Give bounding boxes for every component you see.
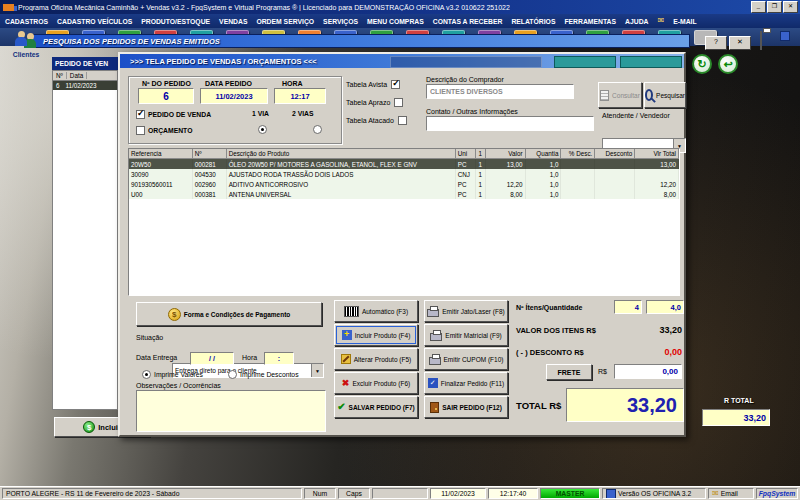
menu-ordem-servico[interactable]: ORDEM SERVIÇO [256, 18, 314, 25]
frete-moeda-label: R$ [598, 368, 607, 375]
menu-ferramentas[interactable]: FERRAMENTAS [564, 18, 616, 25]
desconto-label: ( - ) DESCONTO R$ [516, 348, 584, 357]
caption-date-chip-start [554, 56, 616, 68]
emitir-matricial-button[interactable]: Emitir Matricial (F9) [424, 324, 508, 346]
hora-entrega-field[interactable]: : [264, 352, 294, 365]
comprador-input[interactable]: CLIENTES DIVERSOS [426, 84, 574, 99]
sair-pedido-label: SAIR PEDIDO (F12) [442, 404, 502, 411]
data-pedido-label: DATA PEDIDO [205, 80, 252, 87]
mini-col-data: Data [67, 72, 87, 79]
finalizar-pedido-label: Finalizar Pedido (F11) [441, 380, 504, 387]
menu-relatorios[interactable]: RELATÓRIOS [511, 18, 555, 25]
obs-textarea[interactable] [136, 390, 326, 432]
pedido-number-field[interactable]: 6 [138, 88, 194, 104]
tabela-avista-checkbox[interactable]: Tabela Avista [346, 80, 400, 89]
valor-total-field: 33,20 [702, 409, 770, 426]
pedido-label: Nº DO PEDIDO [142, 80, 191, 87]
data-pedido-field[interactable]: 11/02/2023 [200, 88, 268, 104]
entrega-field[interactable]: / / [190, 352, 234, 365]
mini-row-no: 6 [53, 82, 63, 89]
status-version: Versão OS OFICINA 3.2 [602, 488, 706, 499]
clientes-shortcut[interactable]: Clientes [6, 31, 46, 58]
imprime-valores-radio[interactable]: Imprime Valores [142, 370, 203, 379]
pencil-icon [341, 354, 351, 364]
back-icon[interactable]: ↩ [718, 54, 738, 74]
tabela-aprazo-label: Tabela Aprazo [346, 99, 390, 106]
imprime-descontos-label: Imprime Descontos [240, 371, 299, 378]
frete-label: FRETE [558, 369, 581, 376]
col-quantia: Quantia [526, 149, 562, 159]
mini-table-row[interactable]: 6 11/02/2023 [53, 81, 117, 90]
help-icon[interactable]: ? [705, 36, 727, 50]
table-row[interactable]: 901930560011 002960 ADITIVO ANTICORROSIV… [129, 179, 679, 189]
checkbox-checked-icon [136, 110, 145, 119]
chevron-down-icon[interactable]: ▼ [311, 364, 323, 377]
dialog-titlebar[interactable]: >>> TELA PEDIDO DE VENDAS / ORÇAMENTOS <… [120, 54, 684, 68]
status-time: 12:17:40 [488, 488, 538, 499]
menu-vendas[interactable]: VENDAS [219, 18, 247, 25]
menu-email[interactable]: E-MAIL [673, 18, 696, 25]
sair-pedido-button[interactable]: SAIR PEDIDO (F12) [424, 396, 508, 418]
maximize-button[interactable]: ❐ [767, 1, 782, 13]
tabela-aprazo-checkbox[interactable]: Tabela Aprazo [346, 98, 403, 107]
pagamento-button[interactable]: Forma e Condições de Pagamento [136, 302, 322, 326]
pagamento-label: Forma e Condições de Pagamento [184, 311, 291, 318]
table-row[interactable]: 30090 004530 AJUSTADO RODA TRASSÃO DOIS … [129, 169, 679, 179]
table-row[interactable]: 20W50 000281 ÓLEO 20W50 P/ MOTORES A GAS… [129, 159, 679, 169]
valor-total-value: 33,20 [743, 413, 766, 423]
printer-icon[interactable] [760, 31, 762, 50]
monitor-icon[interactable] [780, 31, 790, 41]
pedido-venda-checkbox[interactable]: PEDIDO DE VENDA [136, 110, 211, 119]
incluir-produto-button[interactable]: Incluir Produto (F4) [334, 324, 418, 346]
excluir-produto-button[interactable]: ✖ Excluir Produto (F6) [334, 372, 418, 394]
alterar-produto-button[interactable]: Alterar Produto (F5) [334, 348, 418, 370]
frete-field[interactable]: 0,00 [614, 364, 682, 379]
search-close-icon[interactable]: ✕ [729, 36, 751, 50]
caption-date-chip-end [620, 56, 682, 68]
menu-cadastro-veiculos[interactable]: CADASTRO VEÍCULOS [57, 18, 132, 25]
menu-produto-estoque[interactable]: PRODUTO/ESTOQUE [141, 18, 210, 25]
frete-button[interactable]: FRETE [546, 364, 592, 380]
col-uni: Uni [456, 149, 476, 159]
menu-servicos[interactable]: SERVIÇOS [323, 18, 358, 25]
dialog-title: >>> TELA PEDIDO DE VENDAS / ORÇAMENTOS <… [130, 57, 317, 66]
alterar-produto-label: Alterar Produto (F5) [354, 356, 411, 363]
emitir-jato-button[interactable]: Emitir Jato/Laser (F8) [424, 300, 508, 322]
menu-contas-receber[interactable]: CONTAS A RECEBER [433, 18, 503, 25]
table-row[interactable]: U00 000381 ANTENA UNIVERSAL PC 1 8,00 1,… [129, 189, 679, 199]
app-version-icon [606, 489, 616, 499]
orcamento-label: ORÇAMENTO [148, 127, 192, 134]
emitir-cupom-button[interactable]: Emitir CUPOM (F10) [424, 348, 508, 370]
imprime-descontos-radio[interactable]: Imprime Descontos [228, 370, 299, 379]
application-window: Programa Oficina Mecânica Caminhão + Ven… [0, 0, 800, 500]
via1-label: 1 VIA [252, 110, 269, 117]
status-email[interactable]: ✉ Email [708, 488, 754, 499]
emitir-jato-label: Emitir Jato/Laser (F8) [442, 308, 505, 315]
add-icon [342, 330, 352, 340]
status-empty [372, 488, 428, 499]
pesquisar-button[interactable]: Pesquisar [644, 82, 686, 108]
finalizar-pedido-button[interactable]: Finalizar Pedido (F11) [424, 372, 508, 394]
printer-icon [429, 357, 441, 365]
automatico-button[interactable]: Automático (F3) [334, 300, 418, 322]
via1-radio[interactable] [258, 125, 267, 134]
col-numero: Nº [193, 149, 227, 159]
products-table-header: Referencia Nº Descrição do Produto Uni 1… [129, 149, 679, 159]
menu-cadastros[interactable]: CADASTROS [5, 18, 48, 25]
pesquisar-label: Pesquisar [656, 92, 685, 99]
pedido-dialog: >>> TELA PEDIDO DE VENDAS / ORÇAMENTOS <… [118, 52, 686, 437]
close-button[interactable]: ✕ [783, 1, 798, 13]
excluir-produto-label: Excluir Produto (F6) [352, 380, 410, 387]
refresh-icon[interactable]: ↻ [692, 54, 712, 74]
tabela-atacado-checkbox[interactable]: Tabela Atacado [346, 116, 407, 125]
hora-field[interactable]: 12:17 [274, 88, 326, 104]
orcamento-checkbox[interactable]: ORÇAMENTO [136, 126, 192, 135]
salvar-pedido-button[interactable]: ✔ SALVAR PEDIDO (F7) [334, 396, 418, 418]
contato-input[interactable] [426, 116, 594, 131]
menu-ajuda[interactable]: AJUDA [625, 18, 648, 25]
minimize-button[interactable]: _ [751, 1, 766, 13]
checkbox-checked-icon [391, 80, 400, 89]
consultar-button[interactable]: Consultar [598, 82, 642, 108]
menu-compras[interactable]: MENU COMPRAS [367, 18, 424, 25]
checkbox-unchecked-icon [136, 126, 145, 135]
